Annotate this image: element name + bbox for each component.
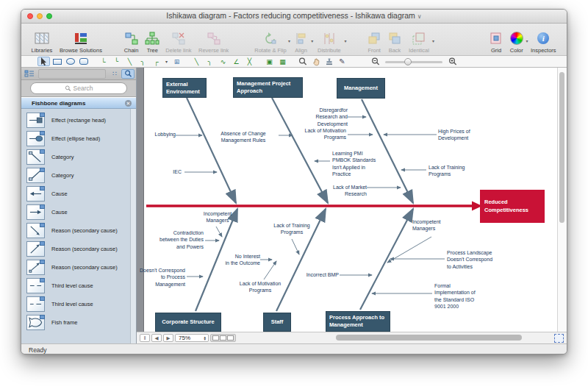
ungroup-tool[interactable]: ▦	[276, 57, 289, 66]
cause-label-incorrect-bmp[interactable]: Incorrect BMP	[301, 271, 339, 278]
toolbar-button-reverse-link[interactable]: Reverse link	[195, 24, 232, 54]
next-page-button[interactable]: ▶	[163, 334, 173, 342]
cause-label-lack-training-bottom[interactable]: Lack of Training Programs	[270, 222, 314, 236]
page-tabs[interactable]	[210, 334, 236, 342]
spline-tool[interactable]: ∿	[217, 57, 229, 66]
page-tab[interactable]	[220, 335, 226, 341]
line-tool[interactable]: ╲	[190, 57, 203, 66]
close-panel-icon[interactable]: ✕	[125, 100, 132, 107]
zoom-out-button[interactable]	[369, 57, 381, 66]
rectangle-tool[interactable]	[51, 57, 63, 66]
search-input[interactable]: Search	[30, 82, 127, 94]
zoom-level-field[interactable]: 75% ▲▼	[175, 334, 209, 342]
polyline-tool[interactable]: ∠	[230, 57, 243, 66]
zoom-stepper[interactable]: ▲▼	[204, 336, 207, 341]
pan-hand-tool[interactable]	[309, 57, 322, 66]
identical-dropdown-caret[interactable]: ▾	[432, 39, 434, 43]
page-setup-corner-icon[interactable]	[554, 334, 564, 343]
drawing-canvas[interactable]: External Environment Management Project …	[137, 68, 567, 332]
zoom-tool[interactable]	[296, 57, 309, 66]
toolbar-button-libraries[interactable]: Libraries	[27, 24, 57, 54]
stencil-third-level-1[interactable]: Third level cause	[21, 277, 136, 295]
search-view-icon[interactable]	[121, 69, 135, 79]
stencil-reason-1[interactable]: Reason (secondary cause)	[21, 221, 136, 240]
category-box-staff[interactable]: Staff	[263, 313, 291, 332]
cause-arrow[interactable]	[292, 239, 299, 254]
sidebar-scrollbar[interactable]	[130, 109, 136, 343]
cause-arrow[interactable]	[216, 227, 222, 237]
toolbar-button-browse-solutions[interactable]: Browse Solutions	[57, 24, 105, 54]
smart-connector-tool[interactable]: ╰	[110, 57, 123, 66]
pointer-tool[interactable]	[37, 57, 50, 66]
vertical-scrollbar-thumb[interactable]	[559, 72, 564, 223]
group-tool[interactable]: ▣	[263, 57, 276, 66]
connector-dropdown-caret[interactable]: ▾	[163, 57, 170, 66]
category-box-management[interactable]: Management	[337, 78, 385, 99]
stencil-category-up[interactable]: Category	[21, 166, 136, 185]
cause-label-absence[interactable]: Absence of Change Management Rules	[209, 130, 277, 144]
stencil-third-level-2[interactable]: Third level cause	[21, 295, 136, 313]
cause-label-contradiction[interactable]: Contradiction between the Duties and Pow…	[151, 229, 204, 250]
toolbar-button-tree[interactable]: Tree	[143, 24, 162, 54]
cause-label-process-landscape[interactable]: Process Landscape Doesn't Correspond to …	[447, 249, 500, 270]
category-box-management-project-approach[interactable]: Management Project Approach	[233, 77, 303, 98]
bone-external-environment[interactable]	[187, 98, 236, 203]
stencil-reason-3[interactable]: Reason (secondary cause)	[21, 258, 136, 277]
document-menu-chevron-icon[interactable]: ∨	[417, 13, 422, 20]
toolbar-button-inspectors[interactable]: i Inspectors	[528, 24, 559, 54]
stencil-cause-left[interactable]: Cause	[21, 185, 136, 203]
category-box-external-environment[interactable]: External Environment	[162, 78, 207, 98]
toolbar-button-align[interactable]: Align ▾	[290, 24, 312, 54]
page-tab[interactable]	[212, 335, 219, 341]
cause-label-lack-motivation-top[interactable]: Lack of Motivation Programs	[302, 127, 346, 141]
zoom-in-button[interactable]	[446, 57, 459, 66]
page-list-button[interactable]: ‖	[140, 334, 150, 342]
stencil-reason-2[interactable]: Reason (secondary cause)	[21, 240, 136, 258]
pencil-tool[interactable]: ✎	[336, 57, 348, 66]
library-panel-icon[interactable]	[23, 69, 36, 79]
horizontal-scrollbar-thumb[interactable]	[336, 335, 522, 341]
zoom-slider-thumb[interactable]	[404, 58, 412, 65]
cause-label-lack-market[interactable]: Lack of Market Research	[325, 184, 367, 198]
previous-page-button[interactable]: ◀	[151, 334, 162, 342]
cause-label-lobbying[interactable]: Lobbying	[146, 131, 176, 138]
new-shape-tool[interactable]: ⊞	[171, 57, 183, 66]
library-panel-header[interactable]: Fishbone diagrams ✕	[21, 97, 136, 109]
vertical-scrollbar[interactable]	[557, 68, 567, 332]
cause-label-doesnt-correspond[interactable]: Doesn't Correspond to Process Management	[137, 267, 185, 288]
stencil-category-down[interactable]: Category	[21, 148, 136, 166]
stencil-cause-right[interactable]: Cause	[21, 203, 136, 221]
bone-process-approach[interactable]	[360, 209, 413, 310]
toolbar-button-grid[interactable]: Grid	[487, 24, 506, 54]
stamp-tool[interactable]	[323, 57, 335, 66]
library-tab-area[interactable]	[38, 69, 106, 79]
cause-label-incompetent-right[interactable]: Incompetent Managers	[412, 218, 451, 232]
cause-label-learning-pmi[interactable]: Learning PMI PMBOK Standards Isn't Appli…	[332, 150, 379, 178]
toolbar-button-distribute[interactable]: Distribute ▾	[312, 24, 345, 54]
category-box-process-approach[interactable]: Process Approach to Management	[326, 311, 390, 332]
stencil-effect-ellipse-head[interactable]: Effect (ellipse head)	[21, 129, 136, 148]
horizontal-scrollbar[interactable]	[242, 334, 550, 342]
direct-connector-tool[interactable]: └	[97, 57, 110, 66]
freeform-tool[interactable]: ╳	[243, 57, 256, 66]
cause-arrow[interactable]	[264, 261, 276, 279]
toolbar-button-front[interactable]: Front	[363, 24, 385, 54]
cause-label-incompetent-left[interactable]: Incompetent Managers	[198, 210, 237, 224]
distribute-dropdown-caret[interactable]: ▾	[344, 39, 346, 43]
cause-label-formal-iso[interactable]: Formal Implementation of the Standard IS…	[434, 282, 489, 310]
toolbar-button-identical[interactable]: Identical ▾	[404, 24, 434, 54]
stencil-effect-rectangle-head[interactable]: Effect (rectange head)	[21, 111, 136, 129]
bezier-connector-tool[interactable]: ╮	[137, 57, 149, 66]
cause-label-lack-training-top[interactable]: Lack of Training Programs	[429, 164, 471, 178]
stencil-fish-frame[interactable]: Fish frame	[21, 313, 136, 332]
zoom-slider[interactable]	[385, 57, 442, 66]
cause-label-high-prices[interactable]: High Prices of Development	[438, 128, 478, 142]
ellipse-tool[interactable]	[64, 57, 76, 66]
toolbar-button-delete-link[interactable]: Delete link	[162, 24, 195, 54]
effect-box-reduced-competitiveness[interactable]: Reduced Competitiveness	[480, 190, 545, 223]
cause-label-disregard[interactable]: Disregardfor Research and Development	[306, 107, 348, 127]
page-tab[interactable]	[227, 335, 234, 341]
round-connector-tool[interactable]: ┌	[150, 57, 162, 66]
category-box-corporate-structure[interactable]: Corporate Structure	[155, 313, 221, 332]
cause-label-lack-motivation-bottom[interactable]: Lack of Motivation Programs	[237, 280, 284, 294]
